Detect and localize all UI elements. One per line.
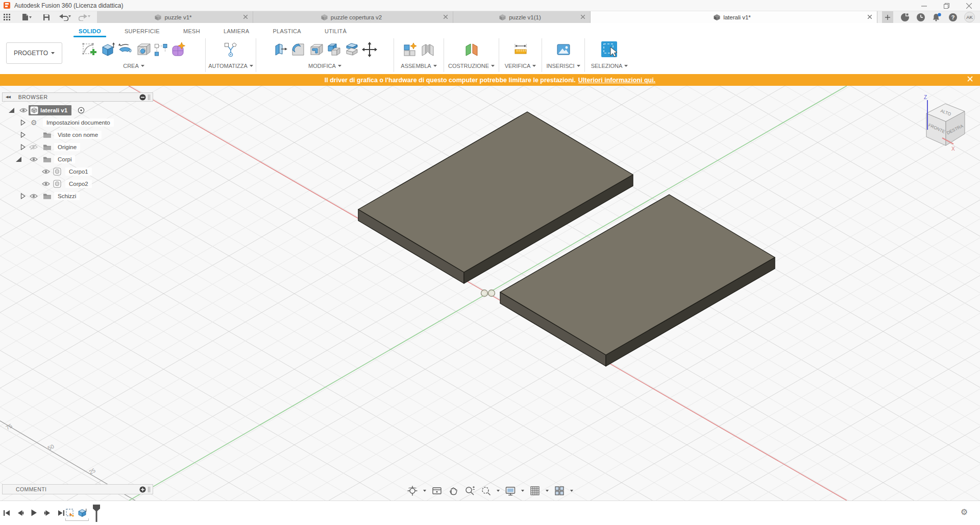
doc-tab-puzzle-v1-1[interactable]: puzzle v1(1) bbox=[453, 11, 591, 23]
fillet-icon[interactable] bbox=[290, 40, 306, 59]
visibility-eye-icon[interactable] bbox=[30, 157, 38, 162]
model-viewport[interactable]: 75 50 25 bbox=[0, 86, 980, 500]
move-copy-icon[interactable] bbox=[361, 40, 378, 59]
collapsed-triangle-icon[interactable] bbox=[20, 193, 26, 199]
timeline-settings-gear-icon[interactable]: ⚙ bbox=[961, 508, 968, 516]
insert-image-icon[interactable] bbox=[555, 40, 572, 59]
new-component-icon[interactable] bbox=[402, 40, 418, 59]
visibility-eye-icon[interactable] bbox=[42, 181, 50, 187]
undo-icon[interactable] bbox=[57, 11, 74, 23]
construction-plane-icon[interactable] bbox=[463, 40, 480, 59]
chevron-down-icon[interactable] bbox=[520, 490, 526, 492]
expanded-triangle-icon[interactable] bbox=[15, 156, 22, 162]
tree-row-impostazioni-documento[interactable]: ⚙ Impostazioni documento bbox=[0, 116, 158, 129]
close-tab-icon[interactable] bbox=[868, 15, 872, 19]
create-form-icon[interactable] bbox=[170, 40, 187, 59]
project-menu-button[interactable]: PROGETTO bbox=[6, 42, 62, 64]
collapse-panel-icon[interactable]: ◀◀ bbox=[6, 95, 10, 99]
doc-tab-puzzle-v1[interactable]: puzzle v1* bbox=[97, 11, 253, 23]
help-icon[interactable]: ? bbox=[948, 13, 958, 22]
banner-link[interactable]: Ulteriori informazioni qui. bbox=[578, 77, 655, 84]
chevron-down-icon[interactable] bbox=[495, 490, 501, 492]
rectangular-pattern-icon[interactable] bbox=[153, 40, 169, 59]
close-tab-icon[interactable] bbox=[581, 15, 585, 19]
group-label-automatizza[interactable]: AUTOMATIZZA bbox=[208, 63, 253, 69]
go-to-start-button[interactable] bbox=[3, 510, 10, 516]
tab-utilita[interactable]: UTILITÀ bbox=[324, 27, 348, 39]
group-label-costruzione[interactable]: COSTRUZIONE bbox=[448, 63, 495, 69]
chevron-down-icon[interactable] bbox=[569, 490, 575, 492]
app-grid-icon[interactable] bbox=[2, 11, 12, 23]
close-tab-icon[interactable] bbox=[444, 15, 448, 19]
root-document-item[interactable]: laterali v1 bbox=[29, 105, 71, 115]
shell-icon[interactable] bbox=[308, 40, 324, 59]
extrude-icon[interactable] bbox=[99, 40, 115, 59]
step-back-button[interactable] bbox=[17, 510, 24, 516]
visibility-eye-icon[interactable] bbox=[19, 108, 28, 113]
new-tab-button[interactable] bbox=[882, 11, 893, 23]
visibility-off-eye-icon[interactable] bbox=[29, 144, 38, 151]
panel-grip[interactable] bbox=[148, 94, 150, 100]
tree-row-origine[interactable]: Origine bbox=[0, 141, 158, 153]
doc-tab-laterali-v1[interactable]: laterali v1* bbox=[591, 11, 877, 23]
step-forward-button[interactable] bbox=[44, 510, 51, 516]
zoom-icon[interactable] bbox=[462, 485, 477, 496]
zoom-fit-icon[interactable] bbox=[479, 485, 493, 496]
add-comment-icon[interactable] bbox=[139, 486, 146, 493]
minimize-button[interactable] bbox=[913, 0, 935, 11]
display-settings-icon[interactable] bbox=[139, 94, 146, 101]
group-label-assembla[interactable]: ASSEMBLA bbox=[401, 63, 436, 69]
collapsed-triangle-icon[interactable] bbox=[20, 132, 26, 138]
group-label-inserisci[interactable]: INSERISCI bbox=[546, 63, 580, 69]
sketch-feature-icon[interactable] bbox=[65, 508, 75, 517]
extrude-feature-icon[interactable] bbox=[78, 508, 87, 517]
close-window-button[interactable] bbox=[958, 0, 980, 11]
tab-mesh[interactable]: MESH bbox=[182, 27, 201, 39]
joint-icon[interactable] bbox=[420, 40, 436, 59]
extensions-icon[interactable] bbox=[900, 13, 910, 22]
grid-settings-icon[interactable] bbox=[528, 485, 542, 496]
tab-plastica[interactable]: PLASTICA bbox=[272, 27, 302, 39]
tree-row-corpo2[interactable]: Corpo2 bbox=[0, 178, 158, 190]
job-status-clock-icon[interactable] bbox=[916, 13, 925, 22]
collapsed-triangle-icon[interactable] bbox=[20, 144, 26, 150]
tree-row-corpo1[interactable]: Corpo1 bbox=[0, 165, 158, 178]
press-pull-icon[interactable] bbox=[272, 40, 288, 59]
tree-row-corpi[interactable]: Corpi bbox=[0, 153, 158, 165]
select-icon[interactable] bbox=[599, 39, 620, 60]
close-tab-icon[interactable] bbox=[243, 15, 248, 19]
chevron-down-icon[interactable] bbox=[422, 490, 428, 492]
create-sketch-icon[interactable] bbox=[81, 40, 97, 59]
look-at-icon[interactable] bbox=[430, 485, 444, 496]
activate-component-radio[interactable] bbox=[78, 107, 85, 114]
orbit-icon[interactable] bbox=[405, 485, 420, 496]
automation-icon[interactable] bbox=[223, 40, 239, 59]
play-button[interactable] bbox=[31, 509, 37, 516]
hole-icon[interactable] bbox=[135, 40, 151, 59]
tab-lamiera[interactable]: LAMIERA bbox=[223, 27, 250, 39]
redo-icon[interactable] bbox=[77, 11, 93, 23]
doc-tab-puzzle-copertura-v2[interactable]: puzzle copertura v2 bbox=[253, 11, 453, 23]
pan-hand-icon[interactable] bbox=[446, 485, 460, 496]
group-label-modifica[interactable]: MODIFICA bbox=[308, 63, 341, 69]
display-settings-monitor-icon[interactable] bbox=[503, 485, 518, 496]
timeline-position-marker[interactable] bbox=[92, 504, 101, 522]
split-body-icon[interactable] bbox=[344, 40, 360, 59]
restore-button[interactable] bbox=[935, 0, 958, 11]
expanded-triangle-icon[interactable] bbox=[8, 107, 15, 113]
notifications-bell-icon[interactable] bbox=[932, 13, 942, 22]
tab-solido[interactable]: SOLIDO bbox=[78, 27, 102, 39]
visibility-eye-icon[interactable] bbox=[42, 169, 50, 175]
viewports-icon[interactable] bbox=[552, 485, 567, 496]
browser-header[interactable]: ◀◀ BROWSER bbox=[2, 92, 153, 102]
group-label-seleziona[interactable]: SELEZIONA bbox=[591, 63, 628, 69]
tree-row-viste-con-nome[interactable]: Viste con nome bbox=[0, 129, 158, 141]
combine-icon[interactable] bbox=[326, 40, 342, 59]
tree-row-schizzi[interactable]: Schizzi bbox=[0, 190, 158, 202]
tab-superficie[interactable]: SUPERFICIE bbox=[124, 27, 161, 39]
comments-panel-header[interactable]: COMMENTI bbox=[2, 484, 153, 494]
group-label-verifica[interactable]: VERIFICA bbox=[505, 63, 536, 69]
revolve-icon[interactable] bbox=[117, 40, 133, 59]
banner-close-icon[interactable] bbox=[967, 76, 973, 82]
go-to-end-button[interactable] bbox=[58, 510, 65, 516]
